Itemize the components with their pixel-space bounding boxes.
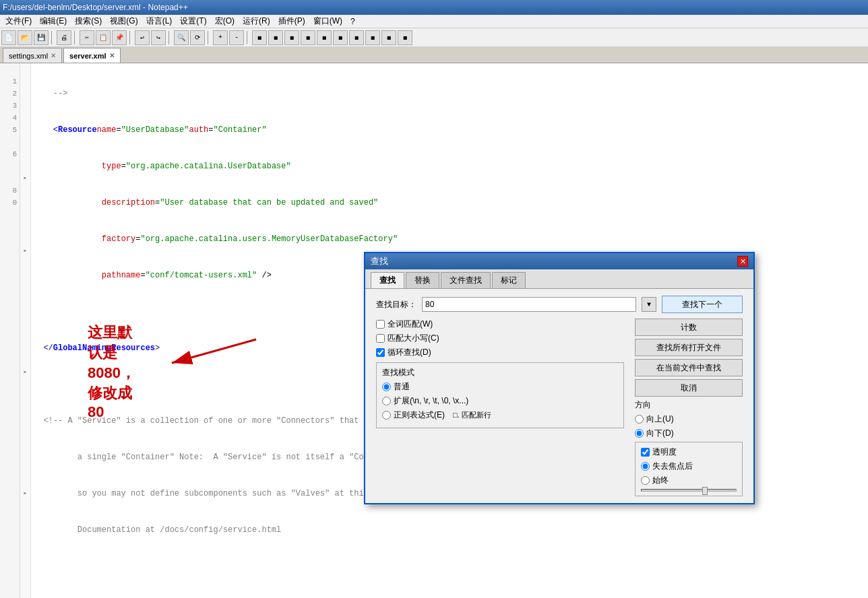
toolbar-print[interactable]: 🖨	[57, 30, 71, 45]
toolbar-b4[interactable]: ◼	[301, 30, 315, 45]
toolbar-undo[interactable]: ↩	[135, 30, 150, 45]
toolbar-save[interactable]: 💾	[34, 30, 49, 45]
fullword-label: 全词匹配(W)	[388, 319, 433, 330]
toolbar-cut[interactable]: ✂	[80, 30, 94, 45]
menu-settings[interactable]: 设置(T)	[176, 15, 210, 27]
toolbar-find[interactable]: 🔍	[174, 30, 189, 45]
tab-settings-close[interactable]: ✕	[51, 52, 56, 59]
mode-normal-row: 普通	[382, 381, 618, 393]
toolbar-paste[interactable]: 📌	[112, 30, 127, 45]
menu-help[interactable]: ?	[346, 17, 359, 26]
toolbar-zoom-in[interactable]: +	[213, 30, 228, 45]
transparency-section: 透明度 失去焦点后 始终	[635, 442, 743, 496]
tab-server-label: server.xml	[69, 52, 106, 60]
dialog-tab-find[interactable]: 查找	[371, 272, 404, 288]
find-next-button[interactable]: 查找下一个	[662, 296, 743, 313]
direction-up-label: 向上(U)	[646, 413, 674, 425]
transparency-slider-row	[641, 489, 737, 492]
menu-view[interactable]: 视图(G)	[106, 15, 142, 27]
toolbar-open[interactable]: 📂	[18, 30, 32, 45]
dialog-title: 查找	[371, 255, 388, 267]
direction-down-radio[interactable]	[635, 429, 644, 438]
matchcase-label: 匹配大小写(C)	[388, 333, 439, 344]
loop-checkbox[interactable]	[376, 348, 385, 357]
line-numbers: 1 2 3 4 5 6 8 0	[0, 63, 20, 598]
toolbar-zoom-out[interactable]: -	[229, 30, 244, 45]
menu-macro[interactable]: 宏(O)	[211, 15, 239, 27]
matchcase-checkbox[interactable]	[376, 334, 385, 343]
menu-file[interactable]: 文件(F)	[1, 15, 36, 27]
code-line: type="org.apache.catalina.UserDatabase"	[34, 160, 865, 172]
transparency-title: 透明度	[641, 446, 737, 458]
mode-regex-radio[interactable]	[382, 411, 391, 420]
search-dropdown-btn[interactable]: ▼	[642, 297, 656, 312]
dialog-tab-file-search[interactable]: 文件查找	[441, 272, 491, 288]
transparency-slider-thumb[interactable]	[702, 487, 708, 495]
dialog-right-col: 计数 查找所有打开文件 在当前文件中查找 取消 方向 向上(U) 向下(D)	[635, 319, 743, 496]
tab-settings-label: settings.xml	[9, 52, 48, 60]
find-all-open-button[interactable]: 查找所有打开文件	[635, 339, 743, 356]
toolbar-b9[interactable]: ◼	[381, 30, 396, 45]
trans-blur-radio[interactable]	[641, 462, 650, 471]
code-line: description="User database that can be u…	[34, 197, 865, 209]
search-mode-box: 查找模式 普通 扩展(\n, \r, \t, \0, \x...) 正则表达式(…	[376, 362, 624, 428]
toolbar-b7[interactable]: ◼	[349, 30, 364, 45]
search-input[interactable]	[422, 297, 636, 312]
tab-server-close[interactable]: ✕	[109, 52, 115, 59]
menu-run[interactable]: 运行(R)	[239, 15, 274, 27]
tab-settings-xml[interactable]: settings.xml ✕	[3, 48, 62, 63]
mode-normal-radio[interactable]	[382, 383, 391, 391]
toolbar-b5[interactable]: ◼	[317, 30, 332, 45]
dialog-close-button[interactable]: ✕	[737, 256, 748, 267]
cancel-button[interactable]: 取消	[635, 379, 743, 397]
direction-up-row: 向上(U)	[635, 413, 743, 425]
direction-section: 方向 向上(U) 向下(D)	[635, 399, 743, 439]
transparency-checkbox[interactable]	[641, 448, 650, 457]
toolbar-b8[interactable]: ◼	[365, 30, 380, 45]
direction-label: 方向	[635, 399, 743, 411]
toolbar-b6[interactable]: ◼	[333, 30, 348, 45]
mode-extended-label: 扩展(\n, \r, \t, \0, \x...)	[394, 395, 468, 407]
dialog-left-col: 全词匹配(W) 匹配大小写(C) 循环查找(D) 查找模式	[376, 319, 624, 496]
dialog-tab-mark[interactable]: 标记	[492, 272, 526, 288]
toolbar-b2[interactable]: ◼	[268, 30, 283, 45]
transparency-slider-track[interactable]	[641, 489, 737, 492]
toolbar-redo[interactable]: ↪	[151, 30, 166, 45]
mode-normal-label: 普通	[394, 381, 410, 393]
fullword-checkbox[interactable]	[376, 320, 385, 329]
mode-extended-row: 扩展(\n, \r, \t, \0, \x...)	[382, 395, 618, 407]
find-in-current-button[interactable]: 在当前文件中查找	[635, 359, 743, 376]
mode-extended-radio[interactable]	[382, 397, 391, 405]
direction-up-radio[interactable]	[635, 415, 644, 424]
menu-plugins[interactable]: 插件(P)	[274, 15, 309, 27]
dialog-tab-replace[interactable]: 替换	[406, 272, 439, 288]
count-button[interactable]: 计数	[635, 319, 743, 336]
search-mode-label: 查找模式	[382, 367, 618, 378]
menu-search[interactable]: 搜索(S)	[71, 15, 106, 27]
trans-always-row: 始终	[641, 475, 737, 486]
code-line: Documentation at /docs/config/service.ht…	[34, 524, 865, 536]
toolbar-replace[interactable]: ⟳	[190, 30, 205, 45]
trans-always-radio[interactable]	[641, 476, 650, 485]
code-line: -->	[34, 88, 865, 100]
search-label: 查找目标：	[376, 299, 416, 310]
toolbar-b1[interactable]: ◼	[252, 30, 267, 45]
menu-window[interactable]: 窗口(W)	[309, 15, 346, 27]
toolbar-b10[interactable]: ◼	[398, 30, 412, 45]
toolbar-b3[interactable]: ◼	[284, 30, 299, 45]
trans-blur-row: 失去焦点后	[641, 461, 737, 472]
toolbar-copy[interactable]: 📋	[96, 30, 111, 45]
dot-newline-label: □. 匹配新行	[453, 410, 491, 420]
matchcase-check-row: 匹配大小写(C)	[376, 333, 624, 344]
code-line: factory="org.apache.catalina.users.Memor…	[34, 233, 865, 245]
dialog-tab-bar: 查找 替换 文件查找 标记	[365, 269, 753, 289]
find-dialog: 查找 ✕ 查找 替换 文件查找 标记 查找目标： ▼ 查找下一个	[364, 252, 755, 504]
trans-always-label: 始终	[652, 475, 669, 486]
toolbar: 📄 📂 💾 🖨 ✂ 📋 📌 ↩ ↪ 🔍 ⟳ + - ◼ ◼ ◼ ◼ ◼ ◼ ◼ …	[0, 28, 868, 47]
tab-server-xml[interactable]: server.xml ✕	[63, 48, 120, 63]
menu-language[interactable]: 语言(L)	[142, 15, 177, 27]
search-target-row: 查找目标： ▼ 查找下一个	[376, 296, 743, 313]
menu-edit[interactable]: 编辑(E)	[36, 15, 71, 27]
toolbar-new[interactable]: 📄	[1, 30, 16, 45]
title-bar: F:/users/del-benlm/Desktop/server.xml - …	[0, 0, 868, 15]
